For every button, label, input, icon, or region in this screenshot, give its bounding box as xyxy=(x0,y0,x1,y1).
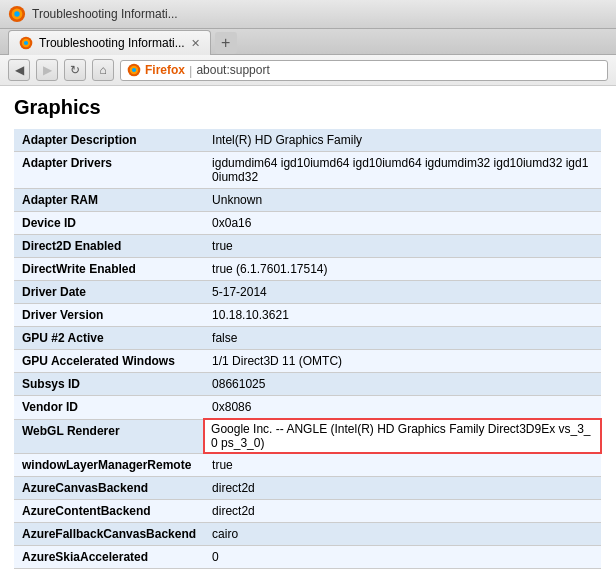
row-value: cairo xyxy=(204,523,601,546)
row-value: 0x0a16 xyxy=(204,212,601,235)
row-label: Subsys ID xyxy=(14,373,204,396)
table-row: Vendor ID0x8086 xyxy=(14,396,601,420)
row-value: Intel(R) HD Graphics Family xyxy=(204,129,601,152)
row-value: direct2d xyxy=(204,500,601,523)
table-row: Driver Version10.18.10.3621 xyxy=(14,304,601,327)
table-row: AzureFallbackCanvasBackendcairo xyxy=(14,523,601,546)
table-row: AzureCanvasBackenddirect2d xyxy=(14,477,601,500)
firefox-label: Firefox xyxy=(145,63,185,77)
row-label: DirectWrite Enabled xyxy=(14,258,204,281)
row-label: Direct2D Enabled xyxy=(14,235,204,258)
row-label: AzureFallbackCanvasBackend xyxy=(14,523,204,546)
row-value: Google Inc. -- ANGLE (Intel(R) HD Graphi… xyxy=(204,419,601,453)
table-row: Adapter Driversigdumdim64 igd10iumd64 ig… xyxy=(14,152,601,189)
active-tab[interactable]: Troubleshooting Informati... ✕ xyxy=(8,30,211,55)
table-row: Direct2D Enabledtrue xyxy=(14,235,601,258)
table-row: windowLayerManagerRemotetrue xyxy=(14,453,601,477)
info-table: Adapter DescriptionIntel(R) HD Graphics … xyxy=(14,129,602,569)
nav-bar: ◀ ▶ ↻ ⌂ Firefox | about:support xyxy=(0,55,616,86)
table-row: Subsys ID08661025 xyxy=(14,373,601,396)
row-value: true xyxy=(204,235,601,258)
row-value: 10.18.10.3621 xyxy=(204,304,601,327)
table-row: DirectWrite Enabledtrue (6.1.7601.17514) xyxy=(14,258,601,281)
table-row: Driver Date5-17-2014 xyxy=(14,281,601,304)
browser-titlebar: Troubleshooting Informati... xyxy=(0,0,616,29)
row-value: Unknown xyxy=(204,189,601,212)
row-value: true (6.1.7601.17514) xyxy=(204,258,601,281)
row-label: Vendor ID xyxy=(14,396,204,420)
row-label: Driver Date xyxy=(14,281,204,304)
row-label: Device ID xyxy=(14,212,204,235)
tab-close-icon[interactable]: ✕ xyxy=(191,37,200,50)
row-value: true xyxy=(204,453,601,477)
row-label: AzureCanvasBackend xyxy=(14,477,204,500)
row-label: GPU Accelerated Windows xyxy=(14,350,204,373)
table-row: Adapter DescriptionIntel(R) HD Graphics … xyxy=(14,129,601,152)
address-separator: | xyxy=(189,63,192,78)
table-row: GPU Accelerated Windows1/1 Direct3D 11 (… xyxy=(14,350,601,373)
row-value: false xyxy=(204,327,601,350)
table-row: AzureSkiaAccelerated0 xyxy=(14,546,601,569)
row-label: AzureContentBackend xyxy=(14,500,204,523)
svg-point-8 xyxy=(132,68,136,72)
svg-point-2 xyxy=(14,11,19,16)
forward-button[interactable]: ▶ xyxy=(36,59,58,81)
page-content: Graphics Adapter DescriptionIntel(R) HD … xyxy=(0,86,616,572)
tab-bar: Troubleshooting Informati... ✕ + xyxy=(0,29,616,55)
reload-button[interactable]: ↻ xyxy=(64,59,86,81)
row-label: Adapter Drivers xyxy=(14,152,204,189)
row-label: Adapter RAM xyxy=(14,189,204,212)
home-button[interactable]: ⌂ xyxy=(92,59,114,81)
firefox-icon xyxy=(8,5,26,23)
row-value: 5-17-2014 xyxy=(204,281,601,304)
tab-firefox-icon xyxy=(19,36,33,50)
row-label: GPU #2 Active xyxy=(14,327,204,350)
row-label: Driver Version xyxy=(14,304,204,327)
row-value: 08661025 xyxy=(204,373,601,396)
address-bar-container[interactable]: Firefox | about:support xyxy=(120,60,608,81)
row-label: WebGL Renderer xyxy=(14,419,204,453)
row-value: 0 xyxy=(204,546,601,569)
row-value: direct2d xyxy=(204,477,601,500)
address-text: about:support xyxy=(196,63,601,77)
address-bar-firefox-icon xyxy=(127,63,141,77)
tab-title: Troubleshooting Informati... xyxy=(39,36,185,50)
back-button[interactable]: ◀ xyxy=(8,59,30,81)
tab-bar-title: Troubleshooting Informati... xyxy=(32,7,178,21)
table-row: AzureContentBackenddirect2d xyxy=(14,500,601,523)
row-value: 1/1 Direct3D 11 (OMTC) xyxy=(204,350,601,373)
row-label: Adapter Description xyxy=(14,129,204,152)
new-tab-button[interactable]: + xyxy=(215,32,237,54)
svg-point-5 xyxy=(24,41,28,45)
section-title: Graphics xyxy=(14,96,602,119)
row-value: igdumdim64 igd10iumd64 igd10iumd64 igdum… xyxy=(204,152,601,189)
table-row: Adapter RAMUnknown xyxy=(14,189,601,212)
table-row: Device ID0x0a16 xyxy=(14,212,601,235)
row-label: windowLayerManagerRemote xyxy=(14,453,204,477)
table-row: GPU #2 Activefalse xyxy=(14,327,601,350)
table-row: WebGL RendererGoogle Inc. -- ANGLE (Inte… xyxy=(14,419,601,453)
row-value: 0x8086 xyxy=(204,396,601,420)
row-label: AzureSkiaAccelerated xyxy=(14,546,204,569)
